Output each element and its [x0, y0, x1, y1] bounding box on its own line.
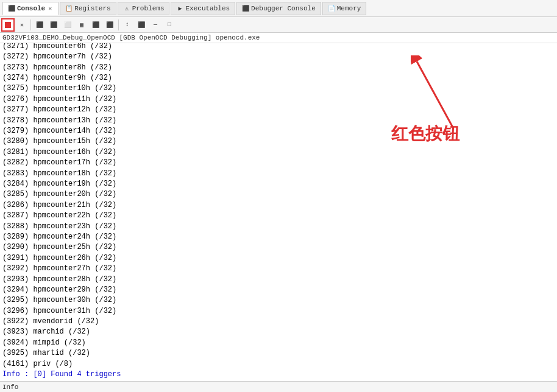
registers-tab-icon: 📋: [65, 5, 73, 12]
console-line: (3288) hpmcounter23h (/32): [2, 222, 555, 232]
console-tab-icon: ⬛: [8, 5, 15, 12]
toolbar-btn-maximize[interactable]: □: [163, 18, 176, 32]
toolbar-btn-2[interactable]: ✕: [15, 18, 29, 32]
console-line: (3283) hpmcounter18h (/32): [2, 169, 555, 179]
tab-memory[interactable]: 📄 Memory: [322, 2, 367, 15]
console-line: (3291) hpmcounter26h (/32): [2, 253, 555, 264]
minimize-icon: —: [154, 21, 157, 28]
tab-registers[interactable]: 📋 Registers: [60, 2, 116, 15]
toolbar-icon-2: ✕: [20, 21, 24, 29]
title-bar: GD32VF103_DEMO_Debug_OpenOCD [GDB OpenOC…: [0, 33, 557, 43]
toolbar-icon-7: ⬛: [92, 21, 99, 29]
console-line: (3922) mvendorid (/32): [2, 317, 555, 327]
toolbar-btn-9[interactable]: ↕: [121, 18, 134, 32]
console-line: (3289) hpmcounter24h (/32): [2, 232, 555, 242]
console-line: (3290) hpmcounter25h (/32): [2, 242, 555, 253]
toolbar-btn-8[interactable]: ⬛: [103, 18, 116, 32]
toolbar-icon-4: ⬛: [50, 21, 57, 29]
console-line: (3293) hpmcounter28h (/32): [2, 275, 555, 285]
toolbar-separator-2: [118, 19, 119, 30]
console-line: (4161) priv (/8): [2, 359, 555, 369]
console-line: (3286) hpmcounter21h (/32): [2, 200, 555, 211]
tab-registers-label: Registers: [74, 5, 110, 12]
toolbar: ✕ ⬛ ⬛ ⬜ ▦ ⬛ ⬛ ↕ ⬛ — □: [0, 17, 557, 33]
console-line: (3282) hpmcounter17h (/32): [2, 158, 555, 168]
tab-console-close[interactable]: ✕: [47, 5, 53, 12]
toolbar-btn-5[interactable]: ⬜: [61, 18, 74, 32]
maximize-icon: □: [168, 21, 171, 28]
problems-tab-icon: ⚠: [123, 5, 130, 12]
console-line: (3924) mimpid (/32): [2, 338, 555, 348]
console-line: (3272) hpmcounter7h (/32): [2, 52, 555, 62]
tab-debugger-console[interactable]: ⬛ Debugger Console: [236, 2, 321, 15]
toolbar-btn-7[interactable]: ⬛: [89, 18, 102, 32]
tab-console[interactable]: ⬛ Console ✕: [2, 2, 59, 15]
console-line: (3287) hpmcounter22h (/32): [2, 211, 555, 221]
toolbar-icon-3: ⬛: [36, 21, 43, 29]
toolbar-separator-1: [30, 19, 31, 30]
console-line: (3284) hpmcounter19h (/32): [2, 179, 555, 189]
status-info: Info: [2, 383, 18, 391]
tab-problems-label: Problems: [132, 5, 165, 12]
console-line: (3281) hpmcounter16h (/32): [2, 147, 555, 158]
console-line: (3275) hpmcounter10h (/32): [2, 83, 555, 94]
toolbar-icon-9: ↕: [126, 21, 129, 28]
tab-executables[interactable]: ▶ Executables: [171, 2, 235, 15]
console-line: (3274) hpmcounter9h (/32): [2, 73, 555, 83]
info-line: Info : [0] Found 4 triggers: [2, 369, 555, 380]
console-line: (3277) hpmcounter12h (/32): [2, 105, 555, 115]
console-line: (3295) hpmcounter30h (/32): [2, 295, 555, 306]
tab-bar: ⬛ Console ✕ 📋 Registers ⚠ Problems ▶ Exe…: [0, 0, 557, 17]
toolbar-icon-6: ▦: [80, 21, 83, 29]
tab-executables-label: Executables: [185, 5, 230, 12]
toolbar-btn-4[interactable]: ⬛: [47, 18, 60, 32]
console-line: (3276) hpmcounter11h (/32): [2, 94, 555, 105]
console-line: (3294) hpmcounter29h (/32): [2, 285, 555, 295]
console-line: (3279) hpmcounter14h (/32): [2, 126, 555, 136]
stop-button[interactable]: [1, 18, 15, 32]
console-output[interactable]: (3165) hpmcounter28 (/32)(3166) hpmcount…: [0, 43, 557, 381]
console-line: (3280) hpmcounter15h (/32): [2, 136, 555, 147]
console-line: (3271) hpmcounter6h (/32): [2, 43, 555, 52]
debugger-console-tab-icon: ⬛: [242, 5, 249, 12]
toolbar-btn-6[interactable]: ▦: [75, 18, 88, 32]
tab-debugger-console-label: Debugger Console: [251, 5, 316, 12]
window-title: GD32VF103_DEMO_Debug_OpenOCD [GDB OpenOC…: [2, 34, 260, 41]
memory-tab-icon: 📄: [328, 5, 335, 12]
toolbar-icon-8: ⬛: [106, 21, 113, 29]
toolbar-icon-10: ⬛: [138, 21, 145, 29]
toolbar-btn-3[interactable]: ⬛: [33, 18, 46, 32]
executables-tab-icon: ▶: [176, 5, 183, 12]
tab-console-label: Console: [17, 5, 45, 12]
status-info-label: Info: [2, 383, 18, 391]
toolbar-btn-minimize[interactable]: —: [149, 18, 162, 32]
stop-icon: [5, 22, 11, 28]
tab-problems[interactable]: ⚠ Problems: [118, 2, 170, 15]
console-line: (3292) hpmcounter27h (/32): [2, 264, 555, 274]
tab-memory-label: Memory: [337, 5, 361, 12]
console-line: (3923) marchid (/32): [2, 327, 555, 337]
console-line: (3296) hpmcounter31h (/32): [2, 306, 555, 317]
content-area: (3165) hpmcounter28 (/32)(3166) hpmcount…: [0, 43, 557, 381]
console-line: (3273) hpmcounter8h (/32): [2, 63, 555, 73]
console-line: (3285) hpmcounter20h (/32): [2, 189, 555, 200]
console-line: (3278) hpmcounter13h (/32): [2, 116, 555, 126]
toolbar-icon-5: ⬜: [64, 21, 71, 29]
status-bar: Info: [0, 381, 557, 392]
console-line: (3925) mhartid (/32): [2, 348, 555, 359]
toolbar-btn-10[interactable]: ⬛: [135, 18, 148, 32]
